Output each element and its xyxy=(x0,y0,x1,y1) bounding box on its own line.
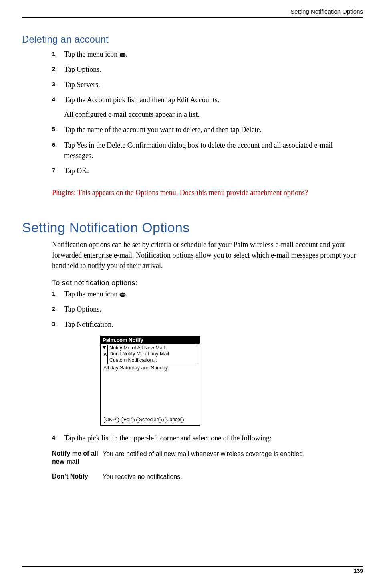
step-item: 2. Tap Options. xyxy=(52,304,363,314)
schedule-button: Schedule xyxy=(136,417,162,423)
step-number: 3. xyxy=(52,80,57,89)
heading-setting-notification: Setting Notification Options xyxy=(22,220,363,235)
picklist-option: Notify Me of All New Mail xyxy=(109,345,196,351)
step-text: Tap Options. xyxy=(64,305,101,313)
step-number: 6. xyxy=(52,141,57,149)
steps-deleting-account: 1. Tap the menu icon . 2. Tap Options. 3… xyxy=(52,49,363,176)
svg-rect-7 xyxy=(121,296,125,296)
step-number: 1. xyxy=(52,50,57,58)
plugins-note: Plugins: This appears on the Options men… xyxy=(52,187,363,198)
svg-rect-5 xyxy=(121,294,125,294)
return-icon: ↩ xyxy=(112,417,116,423)
menu-icon xyxy=(119,53,126,57)
schedule-line: All day Saturday and Sunday. xyxy=(103,365,198,371)
step-number: 7. xyxy=(52,166,57,175)
step-text: Tap Yes in the Delete Confirmation dialo… xyxy=(64,141,333,160)
step-item: 1. Tap the menu icon . xyxy=(52,49,363,59)
step-number: 4. xyxy=(52,434,57,442)
step-number: 2. xyxy=(52,65,57,73)
options-table: Notify me of all new mail You are notifi… xyxy=(52,450,363,482)
intro-paragraph: Notification options can be set by crite… xyxy=(52,239,363,271)
picklist-arrow-icon xyxy=(102,346,106,349)
step-text: Tap Notification. xyxy=(64,320,113,328)
notify-dialog: Palm.com Notify A Notify Me of All New M… xyxy=(100,336,200,426)
step-text: Tap the Account pick list, and then tap … xyxy=(64,96,219,104)
step-text: Tap Options. xyxy=(64,65,101,73)
step-item: 3. Tap Notification. xyxy=(52,319,363,330)
step-number: 4. xyxy=(52,95,57,104)
option-term: Notify me of all new mail xyxy=(52,450,103,466)
option-definition: You are notified of all new mail wheneve… xyxy=(103,450,363,466)
edit-button: Edit xyxy=(121,417,135,423)
option-definition: You receive no notifications. xyxy=(103,472,363,481)
step-text: Tap Servers. xyxy=(64,81,100,89)
step-item: 3. Tap Servers. xyxy=(52,79,363,90)
step-text: Tap OK. xyxy=(64,167,89,175)
svg-rect-6 xyxy=(121,295,125,295)
subheading-to-set: To set notification options: xyxy=(52,279,363,287)
picklist: Notify Me of All New Mail Don't Notify M… xyxy=(107,345,198,365)
step-text-after: . xyxy=(126,290,128,298)
option-row: Don't Notify You receive no notification… xyxy=(52,472,363,481)
step-number: 2. xyxy=(52,305,57,313)
picklist-option: Custom Notification... xyxy=(109,357,196,364)
cancel-button: Cancel xyxy=(163,417,184,423)
option-term: Don't Notify xyxy=(52,472,103,481)
steps-set-notification: 1. Tap the menu icon . 2. Tap Options. 3… xyxy=(52,289,363,330)
menu-icon xyxy=(119,292,126,297)
page-number: 139 xyxy=(354,568,363,574)
step-text: Tap the menu icon xyxy=(64,290,119,298)
step-subtext: All configured e-mail accounts appear in… xyxy=(64,109,363,120)
dialog-buttons: OK↩ Edit Schedule Cancel xyxy=(103,417,184,423)
ok-button: OK↩ xyxy=(103,417,119,423)
step-number: 3. xyxy=(52,320,57,328)
svg-rect-1 xyxy=(121,54,125,54)
step-text: Tap the menu icon xyxy=(64,50,119,58)
steps-set-notification-cont: 4. Tap the pick list in the upper-left c… xyxy=(52,433,363,443)
step-text-after: . xyxy=(126,50,128,58)
svg-rect-3 xyxy=(121,56,125,56)
step-item: 6. Tap Yes in the Delete Confirmation di… xyxy=(52,140,363,161)
step-text: Tap the name of the account you want to … xyxy=(64,126,262,134)
running-head: Setting Notification Options xyxy=(22,8,363,18)
option-row: Notify me of all new mail You are notifi… xyxy=(52,450,363,466)
step-item: 4. Tap the Account pick list, and then t… xyxy=(52,95,363,120)
step-item: 1. Tap the menu icon . xyxy=(52,289,363,299)
svg-rect-2 xyxy=(121,55,125,55)
notify-dialog-screenshot: Palm.com Notify A Notify Me of All New M… xyxy=(100,336,363,426)
picklist-option: Don't Notify Me of any Mail xyxy=(109,351,196,357)
step-text: Tap the pick list in the upper-left corn… xyxy=(64,434,272,442)
step-item: 5. Tap the name of the account you want … xyxy=(52,124,363,135)
dialog-title: Palm.com Notify xyxy=(101,337,200,344)
a-label: A xyxy=(103,352,107,357)
step-item: 7. Tap OK. xyxy=(52,166,363,176)
dialog-body: A Notify Me of All New Mail Don't Notify… xyxy=(101,344,200,425)
step-item: 4. Tap the pick list in the upper-left c… xyxy=(52,433,363,443)
step-number: 5. xyxy=(52,125,57,134)
heading-deleting-account: Deleting an account xyxy=(22,34,363,45)
step-number: 1. xyxy=(52,290,57,298)
page-footer: 139 xyxy=(22,566,363,574)
step-item: 2. Tap Options. xyxy=(52,64,363,75)
